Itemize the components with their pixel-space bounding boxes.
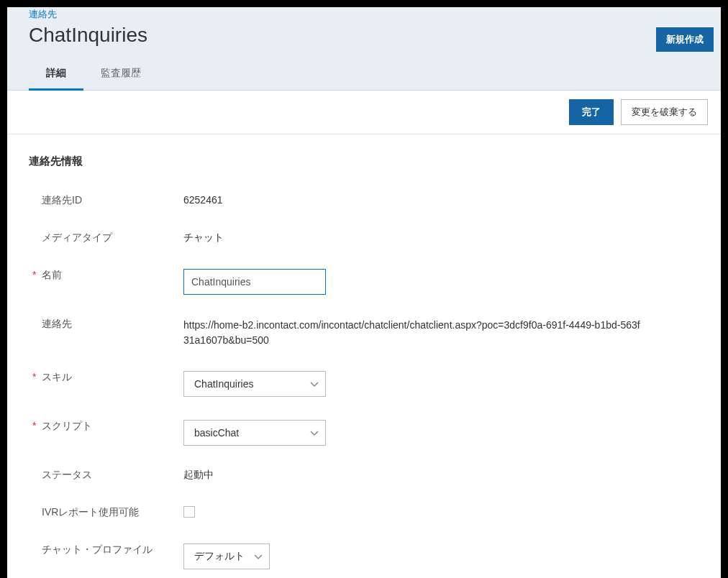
field-media-type: メディアタイプ チャット — [29, 229, 699, 246]
tabs: 詳細 監査履歴 — [7, 47, 721, 91]
script-select[interactable]: basicChat — [183, 420, 326, 446]
script-select-value: basicChat — [194, 427, 239, 439]
action-bar: 完了 変更を破棄する — [7, 91, 721, 134]
field-status: ステータス 起動中 — [29, 466, 699, 483]
field-contact-id: 連絡先ID 6252461 — [29, 191, 699, 208]
breadcrumb[interactable]: 連絡先 — [7, 0, 57, 19]
contact-label: 連絡先 — [29, 315, 183, 331]
discard-changes-button[interactable]: 変更を破棄する — [621, 99, 708, 125]
skill-select-value: ChatInquiries — [194, 378, 254, 390]
chat-profile-select-value: デフォルト — [194, 550, 245, 563]
media-type-label: メディアタイプ — [29, 229, 183, 244]
field-skill: スキル ChatInquiries — [29, 368, 699, 397]
field-name: 名前 — [29, 266, 699, 295]
name-label: 名前 — [29, 266, 183, 282]
skill-label: スキル — [29, 368, 183, 384]
page-title: ChatInquiries — [7, 21, 721, 47]
content-panel: 連絡先情報 連絡先ID 6252461 メディアタイプ チャット 名前 連絡先 … — [7, 134, 721, 578]
ivr-report-checkbox[interactable] — [183, 506, 195, 518]
status-label: ステータス — [29, 466, 183, 482]
tab-audit-history[interactable]: 監査履歴 — [83, 60, 158, 90]
field-contact: 連絡先 https://home-b2.incontact.com/incont… — [29, 315, 699, 348]
field-script: スクリプト basicChat — [29, 417, 699, 446]
contact-id-label: 連絡先ID — [29, 191, 183, 207]
create-new-button[interactable]: 新規作成 — [656, 27, 714, 52]
section-title: 連絡先情報 — [29, 155, 699, 168]
name-input[interactable] — [183, 269, 326, 295]
field-ivr-report: IVRレポート使用可能 — [29, 503, 699, 520]
ivr-report-label: IVRレポート使用可能 — [29, 503, 183, 519]
status-value: 起動中 — [183, 466, 644, 482]
chat-profile-label: チャット・プロファイル — [29, 541, 183, 556]
skill-select[interactable]: ChatInquiries — [183, 371, 326, 397]
script-label: スクリプト — [29, 417, 183, 433]
contact-id-value: 6252461 — [183, 191, 644, 206]
page-container: 連絡先 ChatInquiries 新規作成 詳細 監査履歴 完了 変更を破棄す… — [7, 7, 721, 571]
done-button[interactable]: 完了 — [569, 99, 614, 125]
media-type-value: チャット — [183, 229, 644, 244]
chat-profile-select[interactable]: デフォルト — [183, 543, 270, 569]
contact-value: https://home-b2.incontact.com/incontact/… — [183, 315, 644, 348]
tab-details[interactable]: 詳細 — [29, 60, 83, 91]
field-chat-profile: チャット・プロファイル デフォルト — [29, 541, 699, 569]
